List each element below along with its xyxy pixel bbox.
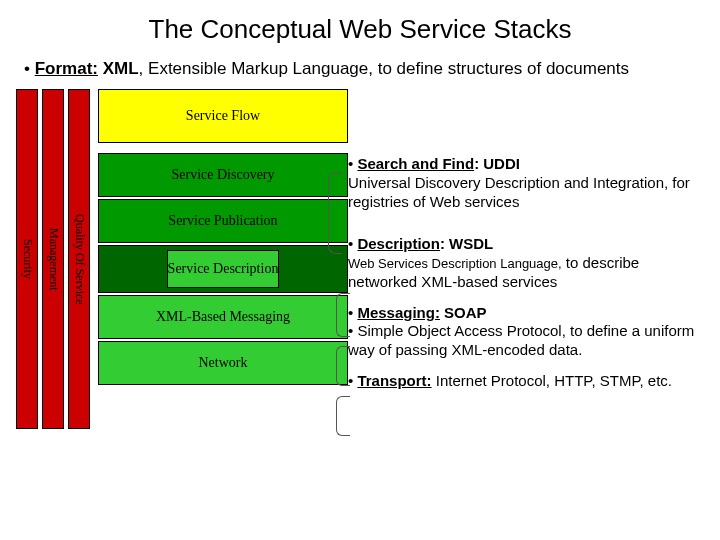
brace-discovery-publication — [328, 172, 342, 254]
layer-xml-messaging: XML-Based Messaging — [98, 295, 348, 339]
format-line: • Format: XML, Extensible Markup Languag… — [0, 53, 720, 89]
layer-service-publication: Service Publication — [98, 199, 348, 243]
annot-label: Transport: — [357, 372, 431, 389]
page-title: The Conceptual Web Service Stacks — [0, 0, 720, 53]
annot-label: Messaging: — [357, 304, 440, 321]
annot-value: SOAP — [440, 304, 487, 321]
layer-desc-container: Service Description — [98, 245, 348, 293]
annot-body: Simple Object Access Protocol, to define… — [348, 322, 694, 358]
annotations: • Search and Find: UDDI Universal Discov… — [348, 155, 710, 403]
annot-label: Description — [357, 235, 440, 252]
layer-service-discovery: Service Discovery — [98, 153, 348, 197]
annot-transport: • Transport: Internet Protocol, HTTP, ST… — [348, 372, 710, 391]
layer-network: Network — [98, 341, 348, 385]
vbar-management: Management — [42, 89, 64, 429]
annot-label: Search and Find — [357, 155, 474, 172]
layer-stack: Service Flow Service Discovery Service P… — [98, 89, 348, 387]
layer-service-description: Service Description — [167, 250, 280, 288]
layer-service-flow: Service Flow — [98, 89, 348, 143]
annot-messaging: • Messaging: SOAP • Simple Object Access… — [348, 304, 710, 360]
stacks-diagram: Security Management Quality Of Service S… — [8, 89, 348, 499]
vbar-qos: Quality Of Service — [68, 89, 90, 429]
vbar-security: Security — [16, 89, 38, 429]
annot-description: • Description: WSDL Web Services Descrip… — [348, 235, 710, 291]
annot-body: Universal Discovery Description and Inte… — [348, 174, 690, 210]
format-rest: , Extensible Markup Language, to define … — [139, 59, 629, 78]
format-value: XML — [103, 59, 139, 78]
annot-value: : WSDL — [440, 235, 493, 252]
format-label: Format: — [35, 59, 98, 78]
annot-value: : UDDI — [474, 155, 520, 172]
annot-body-1: Web Services Description Language, — [348, 256, 562, 271]
annot-value: Internet Protocol, HTTP, STMP, etc. — [432, 372, 672, 389]
annot-search-find: • Search and Find: UDDI Universal Discov… — [348, 155, 710, 211]
